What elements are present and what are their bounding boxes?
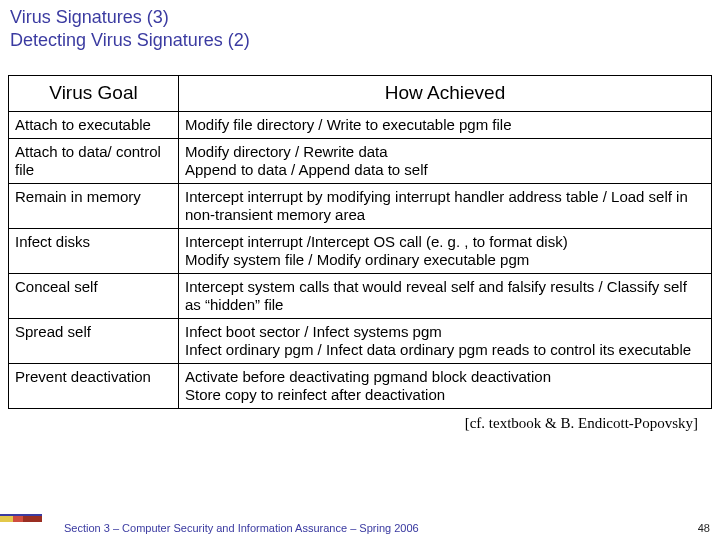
table-row: Infect disks Intercept interrupt /Interc…: [9, 228, 712, 273]
table-row: Spread self Infect boot sector / Infect …: [9, 318, 712, 363]
cell-how: Intercept interrupt /Intercept OS call (…: [179, 228, 712, 273]
footer-section-text: Section 3 – Computer Security and Inform…: [0, 522, 419, 534]
cell-goal: Spread self: [9, 318, 179, 363]
cell-how: Intercept system calls that would reveal…: [179, 273, 712, 318]
virus-goal-table: Virus Goal How Achieved Attach to execut…: [8, 75, 712, 409]
slide-footer: Section 3 – Computer Security and Inform…: [0, 522, 720, 534]
cell-how: Intercept interrupt by modifying interru…: [179, 183, 712, 228]
cell-goal: Conceal self: [9, 273, 179, 318]
slide-title: Virus Signatures (3) Detecting Virus Sig…: [0, 0, 720, 55]
cell-goal: Attach to executable: [9, 111, 179, 138]
table-row: Attach to data/ control file Modify dire…: [9, 138, 712, 183]
cell-how: Modify file directory / Write to executa…: [179, 111, 712, 138]
cell-goal: Infect disks: [9, 228, 179, 273]
cell-goal: Attach to data/ control file: [9, 138, 179, 183]
table-header-row: Virus Goal How Achieved: [9, 76, 712, 112]
table-body: Attach to executable Modify file directo…: [9, 111, 712, 408]
cell-how: Activate before deactivating pgmand bloc…: [179, 363, 712, 408]
header-virus-goal: Virus Goal: [9, 76, 179, 112]
cell-goal: Prevent deactivation: [9, 363, 179, 408]
title-line-1: Virus Signatures (3): [10, 6, 710, 29]
cell-goal: Remain in memory: [9, 183, 179, 228]
table-row: Prevent deactivation Activate before dea…: [9, 363, 712, 408]
table-container: Virus Goal How Achieved Attach to execut…: [0, 55, 720, 409]
citation-text: [cf. textbook & B. Endicott-Popovsky]: [0, 409, 720, 432]
cell-how: Modify directory / Rewrite dataAppend to…: [179, 138, 712, 183]
title-line-2: Detecting Virus Signatures (2): [10, 29, 710, 52]
table-row: Conceal self Intercept system calls that…: [9, 273, 712, 318]
table-row: Remain in memory Intercept interrupt by …: [9, 183, 712, 228]
footer-accent-bar: [0, 514, 42, 522]
cell-how: Infect boot sector / Infect systems pgmI…: [179, 318, 712, 363]
header-how-achieved: How Achieved: [179, 76, 712, 112]
table-row: Attach to executable Modify file directo…: [9, 111, 712, 138]
page-number: 48: [698, 522, 710, 534]
